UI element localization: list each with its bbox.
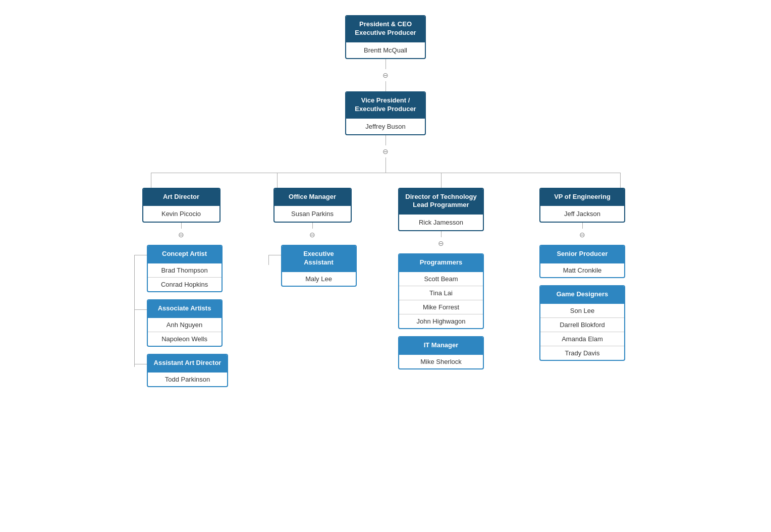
member-item: Anh Nguyen xyxy=(148,317,222,332)
dir-collapse[interactable]: ⊖ xyxy=(438,239,444,247)
exec-asst-members: Maly Lee xyxy=(282,271,356,286)
office-sub-vline xyxy=(268,255,269,265)
vp-eng-name: Jeff Jackson xyxy=(540,205,624,222)
asst-art-dir-title: Assistant Art Director xyxy=(148,355,228,371)
exec-asst-hline xyxy=(268,255,281,255)
art-dir-title: Art Director xyxy=(143,189,219,205)
member-item: Mike Sherlock xyxy=(399,354,483,368)
h-bar-container xyxy=(108,157,663,188)
office-mgr-col: Office Manager Susan Parkins ⊖ Executive… xyxy=(244,188,370,287)
member-item: Todd Parkinson xyxy=(148,371,228,386)
concept-artist-title: Concept Artist xyxy=(148,246,222,262)
assoc-row: Associate Artists Anh NguyenNapoleon Wel… xyxy=(134,299,223,347)
drop-dir xyxy=(441,173,442,188)
asst-art-dir-members: Todd Parkinson xyxy=(148,371,228,386)
art-sub-wrapper: Concept Artist Brad ThompsonConrad Hopki… xyxy=(134,245,229,387)
programmers-members: Scott BeamTina LaiMike ForrestJohn Highw… xyxy=(399,271,483,328)
office-mgr-title: Office Manager xyxy=(274,189,351,205)
ceo-name: Brentt McQuall xyxy=(346,41,425,58)
game-designers-title: Game Designers xyxy=(540,286,624,303)
drop-art xyxy=(151,173,151,188)
exec-asst-row: Executive Assistant Maly Lee xyxy=(268,245,357,287)
dir-vline xyxy=(441,231,442,237)
member-item: Conrad Hopkins xyxy=(148,277,222,291)
game-designers-members: Son LeeDarrell BlokfordAmanda ElamTrady … xyxy=(540,303,624,360)
ceo-vline xyxy=(386,59,386,69)
vp-to-hbar xyxy=(386,157,386,173)
vp-eng-node: VP of Engineering Jeff Jackson xyxy=(539,188,625,223)
vp-vline xyxy=(386,135,386,145)
ceo-section: President & CEO Executive Producer Brent… xyxy=(10,15,761,157)
concept-row: Concept Artist Brad ThompsonConrad Hopki… xyxy=(134,245,223,292)
office-mgr-node: Office Manager Susan Parkins xyxy=(273,188,352,223)
member-item: Matt Cronkile xyxy=(540,262,624,277)
main-row: Art Director Kevin Picocio ⊖ xyxy=(108,188,663,388)
vp-eng-vline xyxy=(582,223,583,229)
drop-office xyxy=(277,173,278,188)
member-item: Napoleon Wells xyxy=(148,332,222,346)
ceo-col: President & CEO Executive Producer Brent… xyxy=(345,15,426,91)
drop-vp-eng xyxy=(620,173,621,188)
ceo-vline2 xyxy=(386,81,386,91)
dir-tech-name: Rick Jamesson xyxy=(399,214,483,230)
programmers-node: Programmers Scott BeamTina LaiMike Forre… xyxy=(398,253,484,329)
member-item: Scott Beam xyxy=(399,271,483,286)
senior-producer-node: Senior Producer Matt Cronkile xyxy=(539,245,625,278)
vp-collapse[interactable]: ⊖ xyxy=(382,147,389,155)
office-vline xyxy=(312,223,313,229)
office-collapse[interactable]: ⊖ xyxy=(309,231,315,239)
concept-artist-members: Brad ThompsonConrad Hopkins xyxy=(148,262,222,291)
main-connector: Art Director Kevin Picocio ⊖ xyxy=(10,157,761,388)
concept-artist-node: Concept Artist Brad ThompsonConrad Hopki… xyxy=(147,245,223,292)
assoc-artists-members: Anh NguyenNapoleon Wells xyxy=(148,317,222,346)
vp-exec-title: Vice President / Executive Producer xyxy=(346,92,425,118)
org-chart-page: President & CEO Executive Producer Brent… xyxy=(0,0,771,402)
art-vline xyxy=(181,223,182,229)
office-mgr-name: Susan Parkins xyxy=(274,205,351,222)
vp-exec-name: Jeffrey Buson xyxy=(346,118,425,134)
assoc-artists-node: Associate Artists Anh NguyenNapoleon Wel… xyxy=(147,299,223,347)
dir-tech-node: Director of Technology Lead Programmer R… xyxy=(398,188,484,232)
dir-sub-children: Programmers Scott BeamTina LaiMike Forre… xyxy=(398,253,484,369)
hbar xyxy=(151,173,620,173)
asst-hline xyxy=(134,364,147,364)
assoc-artists-title: Associate Artists xyxy=(148,300,222,317)
vp-eng-col: VP of Engineering Jeff Jackson ⊖ Senior … xyxy=(512,188,653,361)
member-item: Amanda Elam xyxy=(540,332,624,346)
it-manager-title: IT Manager xyxy=(399,337,483,354)
asst-row: Assistant Art Director Todd Parkinson xyxy=(134,354,229,387)
vp-col: Vice President / Executive Producer Jeff… xyxy=(345,91,426,157)
art-sub-vline xyxy=(134,255,135,367)
art-sub-children: Concept Artist Brad ThompsonConrad Hopki… xyxy=(134,245,229,387)
assoc-hline xyxy=(134,309,147,310)
it-manager-members: Mike Sherlock xyxy=(399,354,483,368)
concept-hline xyxy=(134,255,147,255)
ceo-collapse[interactable]: ⊖ xyxy=(382,71,389,79)
vp-eng-sub-children: Senior Producer Matt Cronkile Game Desig… xyxy=(539,245,625,361)
dir-tech-title: Director of Technology Lead Programmer xyxy=(399,189,483,214)
member-item: Maly Lee xyxy=(282,271,356,286)
dir-tech-col: Director of Technology Lead Programmer R… xyxy=(370,188,512,370)
office-sub-wrapper: Executive Assistant Maly Lee xyxy=(268,245,357,287)
exec-asst-node: Executive Assistant Maly Lee xyxy=(281,245,357,287)
senior-producer-title: Senior Producer xyxy=(540,246,624,262)
member-item: Tina Lai xyxy=(399,286,483,300)
game-designers-node: Game Designers Son LeeDarrell BlokfordAm… xyxy=(539,285,625,361)
vp-eng-collapse[interactable]: ⊖ xyxy=(579,231,585,239)
it-manager-node: IT Manager Mike Sherlock xyxy=(398,336,484,369)
office-sub-children: Executive Assistant Maly Lee xyxy=(268,245,357,287)
vp-exec-node: Vice President / Executive Producer Jeff… xyxy=(345,91,426,135)
member-item: Darrell Blokford xyxy=(540,317,624,332)
member-item: Brad Thompson xyxy=(148,262,222,277)
member-item: Mike Forrest xyxy=(399,300,483,314)
member-item: John Highwagon xyxy=(399,314,483,328)
art-collapse[interactable]: ⊖ xyxy=(178,231,184,239)
art-dir-name: Kevin Picocio xyxy=(143,205,219,222)
vp-eng-title: VP of Engineering xyxy=(540,189,624,205)
programmers-title: Programmers xyxy=(399,254,483,271)
member-item: Son Lee xyxy=(540,303,624,317)
exec-asst-title: Executive Assistant xyxy=(282,246,356,271)
art-dir-col: Art Director Kevin Picocio ⊖ xyxy=(118,188,244,388)
senior-producer-members: Matt Cronkile xyxy=(540,262,624,277)
ceo-title: President & CEO Executive Producer xyxy=(346,16,425,41)
